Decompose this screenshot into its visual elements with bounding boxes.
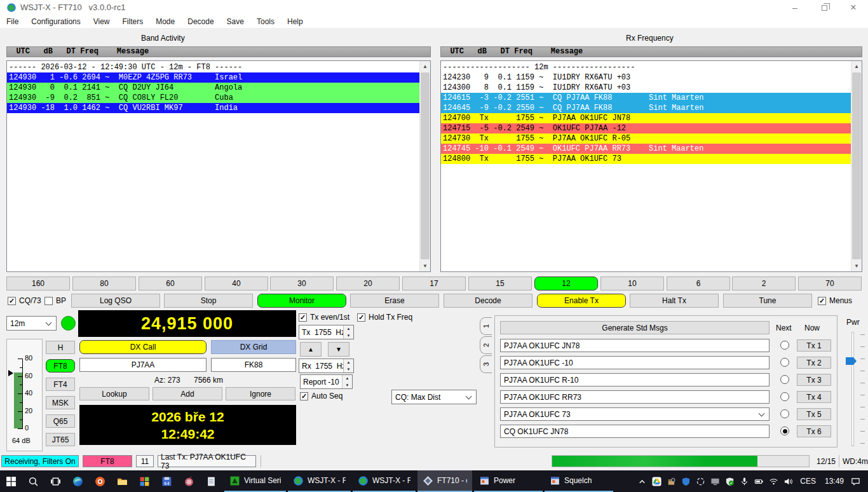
auto-seq-checkbox[interactable]: ✓Auto Seq [300, 392, 342, 400]
halt-tx-button[interactable]: Halt Tx [630, 294, 719, 308]
pwr-slider[interactable]: Pwr [843, 318, 868, 453]
dx-call-field[interactable]: PJ7AA [79, 358, 207, 372]
next-radio-tx1[interactable] [780, 341, 789, 350]
message-tab-2[interactable]: 2 [480, 336, 492, 354]
close-button[interactable]: × [839, 0, 868, 15]
tx-message-3-field[interactable]: PJ7AA OK1UFC R-10 [500, 373, 770, 386]
band-button-60[interactable]: 60 [139, 277, 202, 290]
rx-frequency-row[interactable]: 124615 -3 -0.2 2551 ~ CQ PJ7AA FK88 Sint… [441, 93, 851, 103]
tx-message-4-field[interactable]: PJ7AA OK1UFC RR73 [500, 390, 770, 404]
decode-button[interactable]: Decode [444, 294, 532, 308]
tx-message-2-field[interactable]: PJ7AA OK1UFC -10 [500, 356, 770, 369]
rx-frequency-row[interactable]: 124230 9 0.1 1159 ~ IU1DRY RX6ATU +03 [441, 72, 851, 83]
band-button-17[interactable]: 17 [402, 277, 466, 290]
menus-checkbox[interactable]: ✓Menus [818, 296, 852, 305]
tx2-now-button[interactable]: Tx 2 [797, 357, 831, 369]
band-selector-combo[interactable]: 12m [6, 316, 57, 331]
tx-message-6-field[interactable]: CQ OK1UFC JN78 [500, 425, 770, 438]
rx-frequency-row[interactable]: 124715 -5 -0.2 2549 ~ OK1UFC PJ7AA -12 [441, 123, 851, 133]
taskbar-store-icon[interactable] [133, 470, 156, 492]
band-button-30[interactable]: 30 [270, 277, 334, 290]
mode-button-msk[interactable]: MSK [46, 396, 75, 409]
cq73-checkbox[interactable]: ✓CQ/73 [8, 296, 41, 305]
taskbar-file-explorer-icon[interactable] [111, 470, 133, 492]
tx1-now-button[interactable]: Tx 1 [797, 339, 831, 352]
band-button-10[interactable]: 10 [600, 277, 664, 290]
menu-item-decode[interactable]: Decode [181, 15, 220, 28]
taskbar-floppy-icon[interactable]: 64 [156, 470, 178, 492]
tray-chevron-up-icon[interactable] [635, 470, 649, 492]
tx-offset-spinner[interactable]: Tx 1755 Hz ▲▼ [299, 325, 354, 339]
tray-defender-shield-icon[interactable] [679, 470, 693, 492]
band-activity-row[interactable]: 124930 -18 1.0 1462 ~ CQ VU2RBI MK97 Ind… [7, 103, 419, 113]
rx-frequency-row[interactable]: ------------------- 12m ----------------… [441, 62, 851, 72]
erase-button[interactable]: Erase [350, 294, 439, 308]
menu-item-configurations[interactable]: Configurations [25, 15, 86, 28]
tray-archive-icon[interactable] [664, 470, 679, 492]
message-tab-1[interactable]: 1 [480, 317, 492, 335]
menu-item-help[interactable]: Help [281, 15, 309, 28]
taskbar-notepad-icon[interactable] [200, 470, 222, 492]
mode-button-ft4[interactable]: FT4 [46, 378, 75, 391]
mode-button-h[interactable]: H [46, 341, 75, 354]
ignore-button[interactable]: Ignore [226, 387, 295, 400]
menu-item-filters[interactable]: Filters [116, 15, 150, 28]
taskbar-search-icon[interactable] [22, 470, 44, 492]
tray-monitor-icon[interactable] [708, 470, 722, 492]
minimize-button[interactable]: – [780, 0, 810, 15]
tray-microphone-icon[interactable] [737, 470, 752, 492]
rx-frequency-row[interactable]: 124745 -10 -0.1 2549 ~ OK1UFC PJ7AA RR73… [441, 144, 851, 154]
message-tab-3[interactable]: 3 [480, 355, 492, 373]
rx-frequency-row[interactable]: 124300 8 0.1 1159 ~ IU1DRY RX6ATU +03 [441, 83, 851, 93]
tray-battery-icon[interactable] [752, 470, 766, 492]
rx-frequency-scrollbar[interactable]: ▲ ▼ [851, 61, 862, 271]
menu-item-file[interactable]: File [0, 15, 25, 28]
taskbar-clock[interactable]: 13:49 [820, 477, 848, 486]
band-activity-scrollbar[interactable]: ▲ ▼ [419, 61, 430, 271]
band-button-12[interactable]: 12 [534, 277, 598, 290]
hold-tx-freq-checkbox[interactable]: ✓Hold Tx Freq [357, 313, 412, 322]
mode-button-ft8[interactable]: FT8 [46, 359, 75, 372]
tray-google-drive-icon[interactable] [649, 470, 664, 492]
monitor-button[interactable]: Monitor [257, 294, 346, 308]
menu-item-mode[interactable]: Mode [149, 15, 181, 28]
band-button-20[interactable]: 20 [336, 277, 400, 290]
dx-grid-field[interactable]: FK88 [211, 358, 296, 372]
tx4-now-button[interactable]: Tx 4 [797, 391, 831, 403]
tray-notification-icon[interactable] [848, 470, 863, 492]
tx-down-button[interactable]: ▼ [328, 342, 349, 357]
rx-frequency-row[interactable]: 124645 -9 -0.2 2550 ~ CQ PJ7AA FK88 Sint… [441, 103, 851, 113]
band-activity-row[interactable]: ------ 2026-03-12 - 12:49:30 UTC - 12m -… [7, 62, 419, 72]
add-button[interactable]: Add [153, 387, 222, 400]
tune-button[interactable]: Tune [723, 294, 812, 308]
rx-frequency-row[interactable]: 124800 Tx 1755 ~ PJ7AA OK1UFC 73 [441, 154, 851, 164]
taskbar-edge-icon[interactable] [67, 470, 89, 492]
task-button-2[interactable]: WSJT-X - FT... [288, 470, 351, 492]
next-radio-tx4[interactable] [780, 392, 789, 401]
menu-item-save[interactable]: Save [220, 15, 250, 28]
band-button-70[interactable]: 70 [798, 277, 862, 290]
restore-button[interactable] [810, 0, 839, 15]
task-button-3[interactable]: WSJT-X - FT... [353, 470, 416, 492]
task-button-5[interactable]: Power [474, 470, 543, 492]
next-radio-tx3[interactable] [780, 375, 789, 384]
band-button-2[interactable]: 2 [732, 277, 796, 290]
tx3-now-button[interactable]: Tx 3 [797, 374, 831, 386]
band-activity-row[interactable]: 124930 -9 0.2 851 ~ CQ CO8LY FL20 Cuba [7, 93, 419, 103]
next-radio-tx2[interactable] [780, 358, 789, 367]
tray-wifi-icon[interactable] [766, 470, 781, 492]
band-button-40[interactable]: 40 [205, 277, 268, 290]
next-radio-tx6[interactable] [780, 427, 789, 435]
cq-mode-combo[interactable]: CQ: Max Dist [391, 390, 477, 404]
pwr-slider-handle[interactable] [846, 357, 857, 365]
next-radio-tx5[interactable] [780, 409, 789, 418]
log-qso-button[interactable]: Log QSO [71, 294, 160, 308]
rx-frequency-row[interactable]: 124700 Tx 1755 ~ PJ7AA OK1UFC JN78 [441, 113, 851, 123]
dx-grid-button[interactable]: DX Grid [211, 340, 296, 354]
taskbar-compass-icon[interactable] [89, 470, 111, 492]
tray-snip-circle-icon[interactable] [693, 470, 708, 492]
band-button-160[interactable]: 160 [6, 277, 70, 290]
stop-button[interactable]: Stop [164, 294, 253, 308]
rx-offset-spinner[interactable]: Rx 1755 Hz ▲▼ [299, 359, 354, 373]
tray-volume-icon[interactable] [781, 470, 796, 492]
